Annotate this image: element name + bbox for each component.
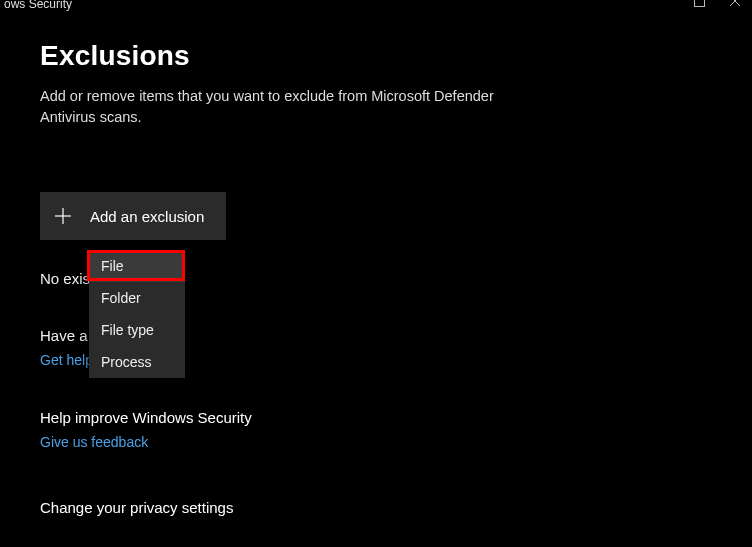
close-button[interactable] (728, 0, 742, 8)
close-icon (729, 0, 741, 7)
add-exclusion-button[interactable]: Add an exclusion (40, 192, 226, 240)
exclusion-type-menu: File Folder File type Process (89, 250, 185, 378)
page-title: Exclusions (40, 40, 712, 72)
menu-item-folder[interactable]: Folder (89, 282, 185, 314)
get-help-link[interactable]: Get help (40, 352, 93, 368)
page-description: Add or remove items that you want to exc… (40, 86, 540, 128)
window-title: ows Security (4, 0, 692, 11)
improve-heading: Help improve Windows Security (40, 409, 712, 426)
plus-icon (54, 207, 72, 225)
menu-item-file-type[interactable]: File type (89, 314, 185, 346)
feedback-link[interactable]: Give us feedback (40, 434, 148, 450)
maximize-icon (694, 0, 705, 7)
titlebar: ows Security (0, 0, 752, 22)
maximize-button[interactable] (692, 0, 706, 8)
window-controls (692, 0, 742, 8)
svg-rect-0 (694, 0, 704, 6)
menu-item-process[interactable]: Process (89, 346, 185, 378)
privacy-heading: Change your privacy settings (40, 499, 712, 516)
menu-item-file[interactable]: File (89, 250, 185, 282)
add-exclusion-label: Add an exclusion (90, 208, 204, 225)
